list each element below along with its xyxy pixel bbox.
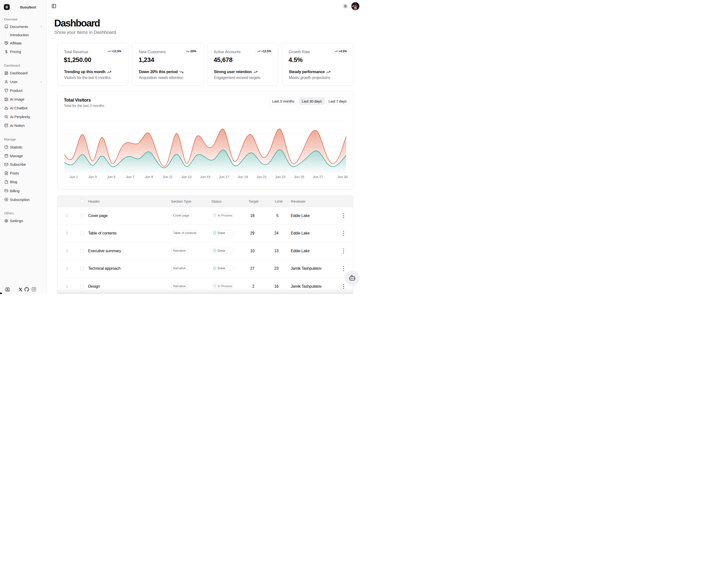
svg-text:Jun 7: Jun 7 xyxy=(126,175,134,179)
svg-text:Jun 1: Jun 1 xyxy=(69,175,78,179)
svg-text:Jun 25: Jun 25 xyxy=(294,175,304,179)
svg-text:Jun 11: Jun 11 xyxy=(163,175,172,179)
svg-text:Jun 27: Jun 27 xyxy=(313,175,323,179)
svg-text:Jun 13: Jun 13 xyxy=(181,175,191,179)
svg-text:Jun 5: Jun 5 xyxy=(107,175,116,179)
svg-text:Jun 19: Jun 19 xyxy=(237,175,248,179)
svg-text:Jun 21: Jun 21 xyxy=(256,175,267,179)
svg-text:Jun 17: Jun 17 xyxy=(219,175,229,179)
svg-text:Jun 15: Jun 15 xyxy=(200,175,210,179)
svg-text:Jun 30: Jun 30 xyxy=(337,175,348,179)
svg-text:Jun 23: Jun 23 xyxy=(275,175,286,179)
svg-text:Jun 3: Jun 3 xyxy=(88,175,97,179)
svg-text:Jun 9: Jun 9 xyxy=(145,175,153,179)
